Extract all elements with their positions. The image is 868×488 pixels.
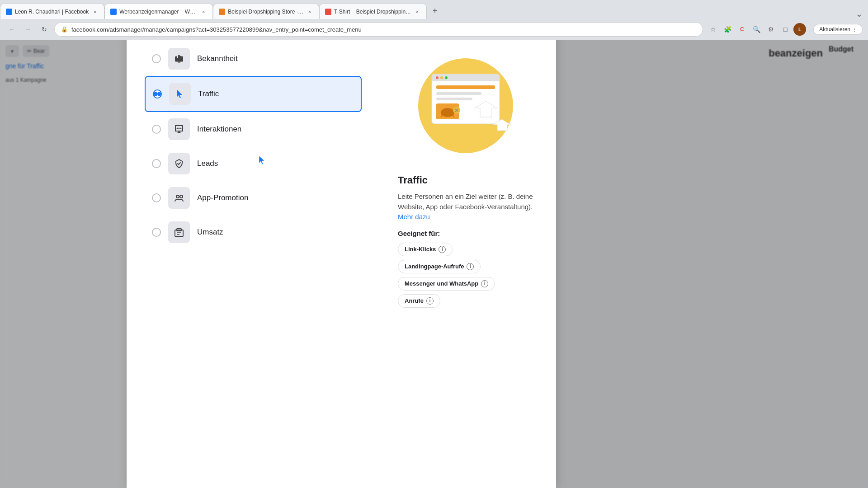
tag-landingpage: Landingpage-Aufrufe i xyxy=(398,260,481,273)
info-section: Traffic Leite Personen an ein Ziel weite… xyxy=(398,174,533,308)
forward-button[interactable]: → xyxy=(22,23,34,36)
svg-point-6 xyxy=(176,195,179,198)
ads-favicon xyxy=(110,9,117,15)
label-leads: Leads xyxy=(197,159,218,168)
bookmark-icon[interactable]: ☆ xyxy=(707,23,719,36)
tab-facebook-label: Leon R. Chaudhari | Facebook xyxy=(15,9,89,15)
svg-rect-1 xyxy=(177,56,178,58)
tags-list: Link-Klicks i Landingpage-Aufrufe i Mess… xyxy=(398,243,533,308)
save-icon[interactable]: □ xyxy=(779,23,792,36)
options-list: Bekanntheit Traffic xyxy=(145,42,362,249)
icon-box-interaktionen xyxy=(168,118,190,140)
radio-leads[interactable] xyxy=(152,159,161,168)
tag-messenger-label: Messenger und WhatsApp xyxy=(405,280,478,287)
ext3-icon[interactable]: 🔍 xyxy=(750,23,763,36)
tab-facebook[interactable]: Leon R. Chaudhari | Facebook × xyxy=(0,4,104,19)
back-button[interactable]: ← xyxy=(5,23,18,36)
icon-box-bekanntheit xyxy=(168,48,190,70)
tag-landingpage-label: Landingpage-Aufrufe xyxy=(405,263,464,270)
info-panel: Traffic Leite Personen an ein Ziel weite… xyxy=(380,42,552,322)
tab-tshirt[interactable]: T-Shirt – Beispiel Dropshippin… × xyxy=(319,4,427,19)
label-umsatz: Umsatz xyxy=(197,228,223,237)
profile-avatar[interactable]: L xyxy=(793,23,806,36)
option-traffic[interactable]: Traffic xyxy=(145,76,362,112)
reload-button[interactable]: ↻ xyxy=(38,23,51,36)
campaign-goal-modal: Kampagnenziel auswählen xyxy=(127,0,556,488)
tab-list-icon[interactable]: ⌄ xyxy=(856,9,863,19)
update-label: Aktualisieren xyxy=(819,26,850,33)
tab-tshirt-label: T-Shirt – Beispiel Dropshippin… xyxy=(334,9,411,15)
illustration-container xyxy=(398,56,533,160)
svg-point-18 xyxy=(445,76,448,79)
label-app-promotion: App-Promotion xyxy=(197,193,248,202)
info-description: Leite Personen an ein Ziel weiter (z. B.… xyxy=(398,192,533,222)
info-title: Traffic xyxy=(398,174,533,186)
tag-link-klicks-label: Link-Klicks xyxy=(405,246,436,253)
tag-link-klicks: Link-Klicks i xyxy=(398,243,453,256)
tab-shop-label: Beispiel Dropshipping Store ·… xyxy=(228,9,303,15)
options-section: Bekanntheit Traffic xyxy=(145,42,380,322)
svg-point-16 xyxy=(436,76,439,79)
tag-link-klicks-info[interactable]: i xyxy=(439,246,446,253)
icon-box-app-promotion xyxy=(168,187,190,209)
tag-anrufe: Anrufe i xyxy=(398,294,440,308)
svg-rect-21 xyxy=(436,98,472,100)
tag-anrufe-info[interactable]: i xyxy=(426,297,434,305)
radio-interaktionen[interactable] xyxy=(152,125,161,134)
option-app-promotion[interactable]: App-Promotion xyxy=(145,181,362,215)
svg-rect-19 xyxy=(436,85,495,89)
traffic-illustration xyxy=(398,56,533,160)
facebook-favicon xyxy=(6,9,12,15)
tab-shop[interactable]: Beispiel Dropshipping Store ·… × xyxy=(213,4,319,19)
tag-messenger-info[interactable]: i xyxy=(481,280,488,287)
mehr-dazu-link[interactable]: Mehr dazu xyxy=(398,213,430,221)
svg-point-3 xyxy=(177,128,178,129)
tag-landingpage-info[interactable]: i xyxy=(467,263,474,270)
ext2-icon[interactable]: C xyxy=(736,23,748,36)
option-umsatz[interactable]: Umsatz xyxy=(145,215,362,249)
extensions-icon[interactable]: 🧩 xyxy=(721,23,734,36)
tab-facebook-close[interactable]: × xyxy=(91,8,99,15)
tab-ads-close[interactable]: × xyxy=(200,8,207,15)
svg-point-4 xyxy=(179,128,180,129)
svg-point-5 xyxy=(180,128,182,129)
label-bekanntheit: Bekanntheit xyxy=(197,54,238,63)
tab-tshirt-close[interactable]: × xyxy=(414,8,421,15)
svg-rect-0 xyxy=(178,62,180,63)
tag-anrufe-label: Anrufe xyxy=(405,297,424,304)
option-interaktionen[interactable]: Interaktionen xyxy=(145,112,362,146)
option-bekanntheit[interactable]: Bekanntheit xyxy=(145,42,362,76)
update-menu-icon: ⋮ xyxy=(852,27,857,32)
radio-bekanntheit[interactable] xyxy=(152,54,161,63)
tag-messenger: Messenger und WhatsApp i xyxy=(398,277,495,291)
tshirt-favicon xyxy=(325,9,331,15)
svg-point-17 xyxy=(440,76,443,79)
svg-marker-2 xyxy=(177,89,182,98)
address-text: facebook.com/adsmanager/manage/campaigns… xyxy=(71,26,696,33)
new-tab-button[interactable]: + xyxy=(429,5,441,17)
lock-icon: 🔒 xyxy=(61,26,68,33)
shop-favicon xyxy=(219,9,225,15)
icon-box-leads xyxy=(168,153,190,174)
tab-ads-label: Werbeanzeigenmanager – Wer… xyxy=(119,9,197,15)
geeignet-title: Geeignet für: xyxy=(398,230,533,237)
update-button[interactable]: Aktualisieren ⋮ xyxy=(813,24,863,35)
svg-point-7 xyxy=(180,195,183,198)
icon-box-traffic xyxy=(169,83,191,105)
tab-shop-close[interactable]: × xyxy=(306,8,313,15)
radio-traffic[interactable] xyxy=(153,89,162,99)
radio-umsatz[interactable] xyxy=(152,228,161,237)
option-leads[interactable]: Leads xyxy=(145,146,362,181)
tab-ads[interactable]: Werbeanzeigenmanager – Wer… × xyxy=(104,4,213,19)
address-bar[interactable]: 🔒 facebook.com/adsmanager/manage/campaig… xyxy=(54,22,703,37)
icon-box-umsatz xyxy=(168,221,190,243)
label-traffic: Traffic xyxy=(198,89,219,99)
ext4-icon[interactable]: ⚙ xyxy=(764,23,777,36)
radio-app-promotion[interactable] xyxy=(152,193,161,202)
svg-rect-20 xyxy=(436,92,481,95)
description-text: Leite Personen an ein Ziel weiter (z. B.… xyxy=(398,192,533,211)
label-interaktionen: Interaktionen xyxy=(197,125,241,134)
